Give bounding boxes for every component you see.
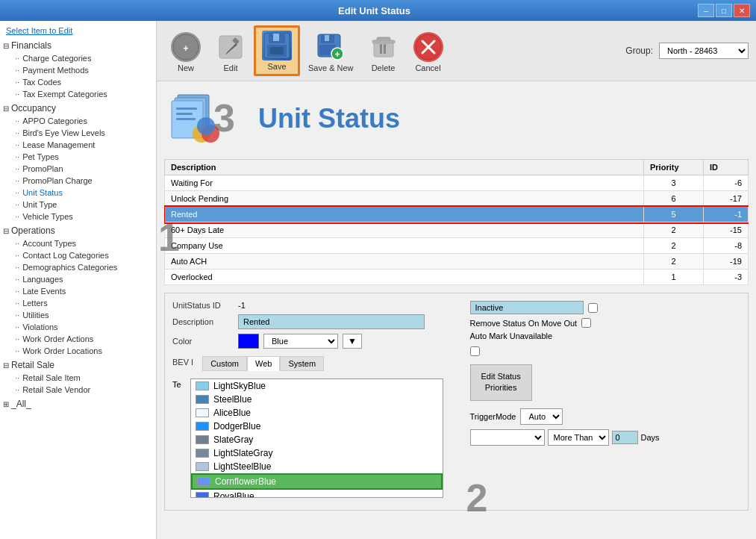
- sidebar-item-utilities[interactable]: Utilities: [0, 309, 156, 321]
- sidebar-group-occupancy-header[interactable]: ⊟ Occupancy: [0, 102, 156, 115]
- color-list[interactable]: LightSkyBlue SteelBlue AliceBlue DodgerB…: [190, 378, 443, 498]
- col-id[interactable]: ID: [704, 160, 749, 175]
- maximize-button[interactable]: □: [716, 4, 732, 17]
- group-label: Group:: [625, 46, 653, 56]
- delete-button[interactable]: Delete: [362, 28, 405, 76]
- svg-point-33: [197, 117, 215, 135]
- sidebar-item-late-events[interactable]: Late Events: [0, 285, 156, 297]
- group-select[interactable]: North - 28463: [659, 43, 749, 59]
- sidebar-group-operations-header[interactable]: ⊟ Operations: [0, 224, 156, 237]
- sidebar-item-unit-type[interactable]: Unit Type: [0, 199, 156, 211]
- cell-id: -8: [704, 238, 749, 254]
- sidebar-item-violations[interactable]: Violations: [0, 321, 156, 333]
- cancel-button[interactable]: Cancel: [407, 28, 450, 76]
- edit-button[interactable]: Edit: [209, 28, 252, 76]
- color-mini-swatch: [196, 449, 209, 458]
- sidebar-item-birds-eye[interactable]: Bird's Eye View Levels: [0, 127, 156, 139]
- col-priority[interactable]: Priority: [644, 160, 704, 175]
- table-row[interactable]: Waiting For 3 -6: [165, 175, 749, 191]
- remove-status-checkbox[interactable]: [581, 318, 591, 328]
- sidebar-item-pet-types[interactable]: Pet Types: [0, 151, 156, 163]
- minimize-button[interactable]: –: [698, 4, 714, 17]
- color-mini-swatch: [196, 435, 209, 444]
- sidebar-item-promo-plan-charge[interactable]: PromoPlan Charge: [0, 175, 156, 187]
- color-list-item[interactable]: CornflowerBlue: [191, 473, 443, 490]
- color-list-item[interactable]: LightSlateGray: [191, 446, 443, 460]
- bev-tab-custom[interactable]: Custom: [202, 356, 247, 371]
- save-button[interactable]: Save: [254, 25, 300, 76]
- sidebar-group-all-header[interactable]: ⊞ _All_: [0, 397, 156, 411]
- col-description[interactable]: Description: [165, 160, 644, 175]
- bev-tab-system[interactable]: System: [280, 356, 324, 371]
- svg-text:+: +: [335, 49, 340, 60]
- color-list-item[interactable]: RoyalBlue: [191, 490, 443, 498]
- sidebar-group-financials-header[interactable]: ⊟ Financials: [0, 39, 156, 52]
- cell-id: -15: [704, 222, 749, 238]
- toolbar-buttons: + New E: [164, 25, 450, 76]
- save-icon: [262, 31, 292, 60]
- sidebar-item-appo-categories[interactable]: APPO Categories: [0, 115, 156, 127]
- color-name: LightSteelBlue: [213, 461, 271, 472]
- sidebar-item-lease-management[interactable]: Lease Management: [0, 139, 156, 151]
- sidebar-item-contact-log[interactable]: Contact Log Categories: [0, 249, 156, 261]
- bev-label: BEV I: [172, 358, 193, 367]
- table-row[interactable]: Rented 5 -1: [165, 207, 749, 222]
- color-label: Color: [172, 337, 232, 346]
- color-list-item[interactable]: DodgerBlue: [191, 420, 443, 433]
- table-row[interactable]: Company Use 2 -8: [165, 238, 749, 254]
- trigger-mode-row: TriggerMode Auto: [470, 408, 741, 425]
- sidebar-item-tax-exempt[interactable]: Tax Exempt Categories: [0, 88, 156, 100]
- color-dropdown-button[interactable]: ▼: [343, 334, 362, 349]
- color-mini-swatch: [196, 408, 209, 417]
- sidebar-item-retail-sale-vendor[interactable]: Retail Sale Vendor: [0, 384, 156, 396]
- sidebar-item-payment-methods[interactable]: Payment Methods: [0, 64, 156, 76]
- svg-rect-12: [325, 35, 329, 41]
- inactive-field[interactable]: [470, 301, 584, 314]
- sidebar-item-unit-status[interactable]: Unit Status: [0, 187, 156, 199]
- color-list-item[interactable]: SlateGray: [191, 433, 443, 446]
- sidebar-item-tax-codes[interactable]: Tax Codes: [0, 76, 156, 88]
- te-label: Te: [172, 378, 187, 498]
- select-item-link[interactable]: Select Item to Edit: [0, 24, 156, 37]
- color-list-item[interactable]: LightSteelBlue: [191, 460, 443, 473]
- table-row[interactable]: Auto ACH 2 -19: [165, 254, 749, 270]
- sidebar-item-vehicle-types[interactable]: Vehicle Types: [0, 211, 156, 222]
- table-row[interactable]: 60+ Days Late 2 -15: [165, 222, 749, 238]
- sidebar-group-retail: ⊟ Retail Sale Retail Sale Item Retail Sa…: [0, 358, 156, 396]
- sidebar-item-languages[interactable]: Languages: [0, 273, 156, 285]
- description-input[interactable]: [238, 314, 425, 329]
- bev-tab-web[interactable]: Web: [247, 356, 280, 371]
- sidebar-group-all: ⊞ _All_: [0, 397, 156, 411]
- inactive-checkbox[interactable]: [588, 303, 598, 313]
- new-button[interactable]: + New: [164, 28, 207, 76]
- financials-label: Financials: [11, 40, 51, 51]
- cancel-label: Cancel: [415, 63, 440, 72]
- more-than-select[interactable]: More Than: [548, 429, 609, 446]
- sidebar-item-work-order-actions[interactable]: Work Order Actions: [0, 333, 156, 345]
- color-list-item[interactable]: SteelBlue: [191, 393, 443, 406]
- annotation-3: 3: [213, 96, 235, 140]
- edit-status-priorities-button[interactable]: Edit StatusPriorities: [470, 364, 532, 401]
- unitstatus-id-row: UnitStatus ID -1: [172, 301, 443, 310]
- table-row[interactable]: Overlocked 1 -3: [165, 270, 749, 285]
- sidebar-item-work-order-locations[interactable]: Work Order Locations: [0, 345, 156, 357]
- color-select-dropdown[interactable]: Blue: [263, 334, 338, 349]
- sidebar-item-promo-plan[interactable]: PromoPlan: [0, 163, 156, 175]
- sidebar-item-demographics[interactable]: Demographics Categories: [0, 261, 156, 273]
- days-label: Days: [641, 433, 660, 442]
- table-row[interactable]: Unlock Pending 6 -17: [165, 191, 749, 207]
- auto-mark-checkbox[interactable]: [470, 346, 480, 356]
- close-button[interactable]: ✕: [734, 4, 750, 17]
- sidebar-group-retail-header[interactable]: ⊟ Retail Sale: [0, 358, 156, 372]
- days-input[interactable]: [612, 431, 638, 444]
- save-new-button[interactable]: + Save & New: [302, 28, 360, 76]
- sidebar-item-retail-sale-item[interactable]: Retail Sale Item: [0, 372, 156, 384]
- color-list-item[interactable]: AliceBlue: [191, 406, 443, 420]
- sidebar-item-charge-categories[interactable]: Charge Categories: [0, 52, 156, 64]
- sidebar-item-letters[interactable]: Letters: [0, 297, 156, 309]
- sidebar-item-account-types[interactable]: Account Types: [0, 237, 156, 249]
- color-list-item[interactable]: LightSkyBlue: [191, 379, 443, 393]
- days-condition-select[interactable]: [470, 429, 545, 446]
- table-scroll[interactable]: Description Priority ID Waiting For 3 -6…: [164, 159, 749, 285]
- trigger-mode-select[interactable]: Auto: [520, 408, 563, 425]
